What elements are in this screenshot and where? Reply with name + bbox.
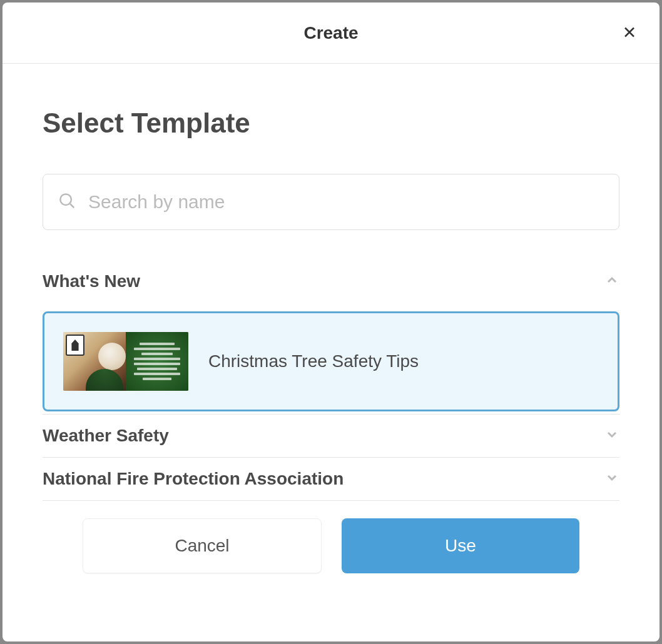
nfpa-badge-icon (66, 335, 84, 356)
modal-title: Create (303, 23, 358, 43)
close-icon (622, 24, 637, 41)
chevron-down-icon (604, 427, 619, 445)
category-title: Weather Safety (43, 426, 169, 446)
category-weather-safety: Weather Safety (43, 415, 619, 458)
category-title: What's New (43, 271, 140, 291)
chevron-up-icon (604, 273, 619, 290)
page-title: Select Template (43, 108, 619, 139)
search-input[interactable] (43, 174, 619, 230)
cancel-button[interactable]: Cancel (83, 518, 322, 573)
use-button[interactable]: Use (342, 518, 579, 573)
modal-footer: Cancel Use (43, 518, 619, 603)
category-header[interactable]: Weather Safety (43, 415, 619, 457)
chevron-down-icon (604, 470, 619, 488)
category-title: National Fire Protection Association (43, 469, 344, 489)
category-items: Christmas Tree Safety Tips (43, 303, 619, 414)
category-header[interactable]: National Fire Protection Association (43, 458, 619, 500)
template-name: Christmas Tree Safety Tips (208, 351, 419, 371)
close-button[interactable] (619, 22, 639, 44)
template-item[interactable]: Christmas Tree Safety Tips (43, 311, 619, 411)
template-thumbnail (63, 332, 188, 391)
modal-body: Select Template What's New (3, 64, 659, 641)
search-wrapper (43, 174, 619, 230)
category-header[interactable]: What's New (43, 260, 619, 303)
create-modal: Create Select Template What's New (3, 3, 659, 641)
category-whats-new: What's New (43, 260, 619, 415)
category-nfpa: National Fire Protection Association (43, 458, 619, 501)
modal-header: Create (3, 3, 659, 64)
